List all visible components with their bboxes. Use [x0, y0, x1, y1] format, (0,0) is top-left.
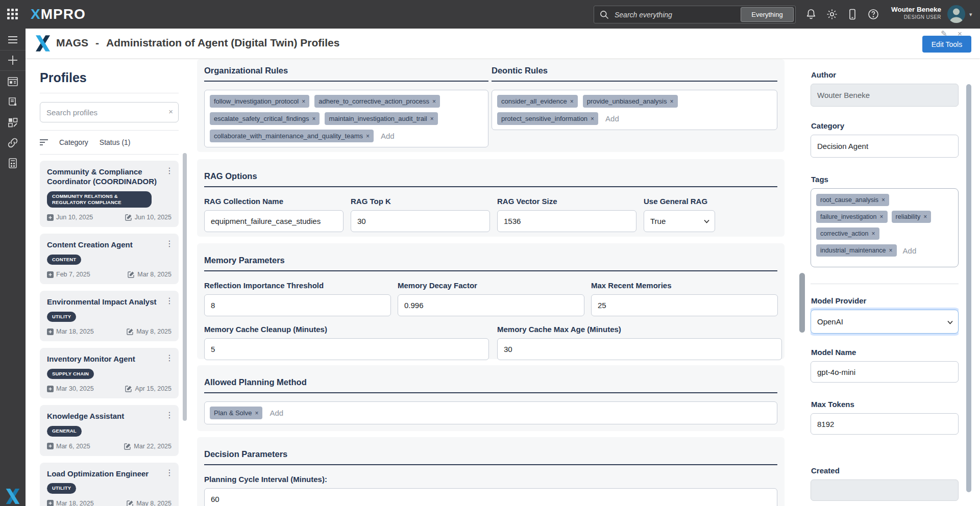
xmpro-x-logo-bottom[interactable]: [6, 489, 20, 504]
memory-decay-input[interactable]: [398, 294, 584, 316]
rag-options-section: RAG Options RAG Collection Name RAG Top …: [197, 159, 785, 237]
model-name-input[interactable]: [811, 361, 959, 383]
remove-tag-icon[interactable]: ×: [889, 247, 893, 254]
avatar[interactable]: [947, 5, 965, 23]
list-item[interactable]: ⋮ Environmental Impact Analyst UTILITY M…: [40, 291, 179, 341]
card-menu-icon[interactable]: ⋮: [165, 296, 174, 306]
integrations-link-icon[interactable]: [7, 137, 19, 149]
xmpro-logo: XMPRO: [31, 6, 86, 22]
remove-tag-icon[interactable]: ×: [670, 98, 674, 105]
filter-category[interactable]: Category: [59, 138, 88, 146]
edit-square-icon: [125, 385, 132, 392]
tag-chip: provide_unbiased_analysis×: [583, 95, 678, 108]
card-menu-icon[interactable]: ⋮: [165, 239, 174, 248]
filter-icon[interactable]: [40, 139, 48, 145]
add-tag-input[interactable]: Add: [379, 132, 397, 140]
notifications-bell-icon[interactable]: [805, 8, 817, 20]
card-menu-icon[interactable]: ⋮: [165, 468, 174, 477]
remove-tag-icon[interactable]: ×: [432, 98, 436, 105]
page-title-text: Administration of Agent (Digital Twin) P…: [106, 37, 339, 48]
edit-tools-button[interactable]: Edit Tools: [922, 36, 971, 53]
data-streams-icon[interactable]: [7, 96, 19, 108]
list-item[interactable]: ⋮ Inventory Monitor Agent SUPPLY CHAIN M…: [40, 348, 179, 398]
menu-hamburger-icon[interactable]: [7, 34, 19, 46]
user-menu[interactable]: Wouter Beneke DESIGN USER: [891, 5, 941, 20]
card-menu-icon[interactable]: ⋮: [165, 353, 174, 363]
filter-status[interactable]: Status (1): [100, 138, 131, 146]
deontic-rules-tagbox[interactable]: consider_all_evidence× provide_unbiased_…: [492, 90, 777, 130]
user-menu-caret-icon[interactable]: ▾: [969, 11, 972, 18]
rag-collection-input[interactable]: [204, 210, 344, 232]
profiles-scrollbar[interactable]: [183, 153, 187, 421]
remove-tag-icon[interactable]: ×: [312, 115, 315, 122]
tags-tagbox[interactable]: root_cause_analysis× failure_investigati…: [811, 188, 959, 267]
card-dates: Mar 30, 2025 Apr 15, 2025: [47, 385, 172, 392]
settings-gear-icon[interactable]: [826, 8, 838, 20]
help-icon[interactable]: [867, 8, 879, 20]
calendar-plus-icon: [47, 271, 54, 278]
card-menu-icon[interactable]: ⋮: [165, 166, 174, 175]
list-item[interactable]: ⋮ Knowledge Assistant GENERAL Mar 6, 202…: [40, 405, 179, 456]
rag-topk-input[interactable]: [351, 210, 490, 232]
max-recent-memories-input[interactable]: [591, 294, 778, 316]
category-input[interactable]: [811, 135, 959, 158]
created-date: Mar 6, 2025: [47, 443, 90, 450]
add-new-icon[interactable]: [7, 54, 19, 66]
cache-max-age-input[interactable]: [497, 338, 782, 360]
clear-search-icon[interactable]: ×: [168, 107, 173, 116]
remove-tag-icon[interactable]: ×: [366, 133, 370, 140]
category-label: Category: [811, 121, 959, 130]
remove-tag-icon[interactable]: ×: [872, 230, 875, 237]
list-item[interactable]: ⋮ Load Optimization Engineer UTILITY Mar…: [40, 463, 179, 506]
remove-tag-icon[interactable]: ×: [591, 115, 594, 122]
list-item[interactable]: ⋮ Community & Compliance Coordinator (CO…: [40, 161, 179, 227]
main-scrollbar[interactable]: [799, 273, 805, 333]
remove-tag-icon[interactable]: ×: [880, 213, 884, 220]
add-tag-input[interactable]: Add: [901, 246, 919, 255]
tag-chip: failure_investigation×: [816, 211, 888, 223]
created-date: Mar 30, 2025: [47, 385, 94, 392]
allowed-planning-title: Allowed Planning Method: [204, 377, 777, 393]
card-dates: Mar 6, 2025 Mar 22, 2025: [47, 443, 172, 450]
model-provider-select[interactable]: OpenAI: [811, 310, 959, 334]
reflection-threshold-input[interactable]: [204, 294, 391, 316]
remove-tag-icon[interactable]: ×: [570, 98, 574, 105]
profile-name: Community & Compliance Coordinator (COOR…: [47, 167, 172, 187]
profiles-search-input[interactable]: [40, 102, 179, 122]
app-launcher-icon[interactable]: [7, 9, 18, 20]
max-tokens-input[interactable]: [811, 413, 959, 435]
remove-tag-icon[interactable]: ×: [881, 196, 885, 204]
deontic-rules-title: Deontic Rules: [492, 66, 777, 82]
tag-chip: corrective_action×: [816, 227, 879, 240]
remove-tag-icon[interactable]: ×: [302, 98, 305, 105]
add-tag-input[interactable]: Add: [603, 114, 621, 123]
search-scope-button[interactable]: Everything: [741, 7, 794, 22]
cache-cleanup-input[interactable]: [204, 338, 489, 360]
organizational-rules-column: Organizational Rules follow_investigatio…: [204, 66, 488, 147]
planning-method-tagbox[interactable]: Plan & Solve× Add: [204, 401, 777, 424]
edit-square-icon: [125, 214, 132, 221]
cache-max-age-field: Memory Cache Max Age (Minutes): [497, 325, 782, 360]
card-dates: Mar 18, 2025 May 8, 2025: [47, 500, 172, 506]
rag-vector-input[interactable]: [497, 210, 636, 232]
dashboards-icon[interactable]: [7, 75, 19, 88]
mags-x-logo: [36, 35, 50, 52]
use-general-rag-select[interactable]: True: [644, 210, 715, 232]
organizational-rules-tagbox[interactable]: follow_investigation_protocol× adhere_to…: [204, 90, 488, 147]
page-title: MAGS-Administration of Agent (Digital Tw…: [56, 37, 339, 49]
model-provider-label: Model Provider: [811, 296, 959, 305]
app-designer-icon[interactable]: [7, 116, 19, 129]
calculator-icon[interactable]: [7, 157, 19, 169]
tag-chip: root_cause_analysis×: [816, 194, 889, 206]
add-tag-input[interactable]: Add: [267, 409, 285, 417]
list-item[interactable]: ⋮ Content Creation Agent CONTENT Feb 7, …: [40, 234, 179, 284]
created-date: Mar 18, 2025: [47, 500, 94, 506]
remove-tag-icon[interactable]: ×: [923, 213, 927, 220]
planning-interval-input[interactable]: [204, 488, 777, 506]
remove-tag-icon[interactable]: ×: [430, 115, 434, 122]
remove-tag-icon[interactable]: ×: [255, 410, 258, 417]
tag-label: protect_sensitive_information: [501, 115, 587, 122]
card-menu-icon[interactable]: ⋮: [165, 410, 174, 420]
details-scrollbar[interactable]: [966, 84, 971, 492]
mobile-device-icon[interactable]: [846, 8, 859, 20]
